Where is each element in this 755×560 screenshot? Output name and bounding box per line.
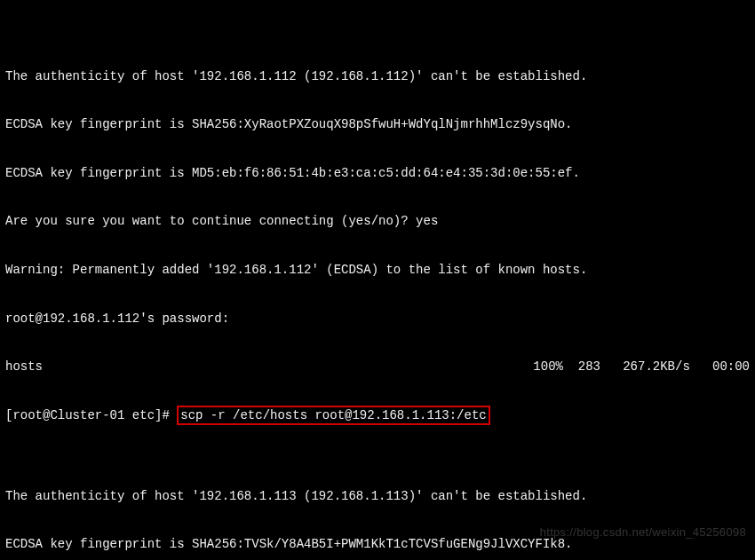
output-line: ECDSA key fingerprint is SHA256:XyRaotPX… [5, 116, 750, 132]
output-line: The authenticity of host '192.168.1.112 … [5, 68, 750, 84]
highlighted-command: scp -r /etc/hosts root@192.168.1.113:/et… [177, 406, 489, 425]
shell-prompt-line: [root@Cluster-01 etc]# scp -r /etc/hosts… [5, 407, 750, 423]
output-line: Are you sure you want to continue connec… [5, 213, 750, 229]
shell-prompt: [root@Cluster-01 etc]# [5, 408, 177, 422]
output-line: ECDSA key fingerprint is SHA256:TVSk/Y8A… [5, 536, 750, 552]
transfer-stats: 100% 283 267.2KB/s 00:00 [533, 359, 750, 375]
output-line: ECDSA key fingerprint is MD5:eb:f6:86:51… [5, 165, 750, 181]
output-line: root@192.168.1.112's password: [5, 311, 750, 327]
scp-progress-line: hosts 100% 283 267.2KB/s 00:00 [5, 359, 750, 375]
transfer-file: hosts [5, 359, 43, 375]
terminal-output[interactable]: The authenticity of host '192.168.1.112 … [0, 0, 755, 560]
output-line: The authenticity of host '192.168.1.113 … [5, 488, 750, 504]
output-line: Warning: Permanently added '192.168.1.11… [5, 262, 750, 278]
